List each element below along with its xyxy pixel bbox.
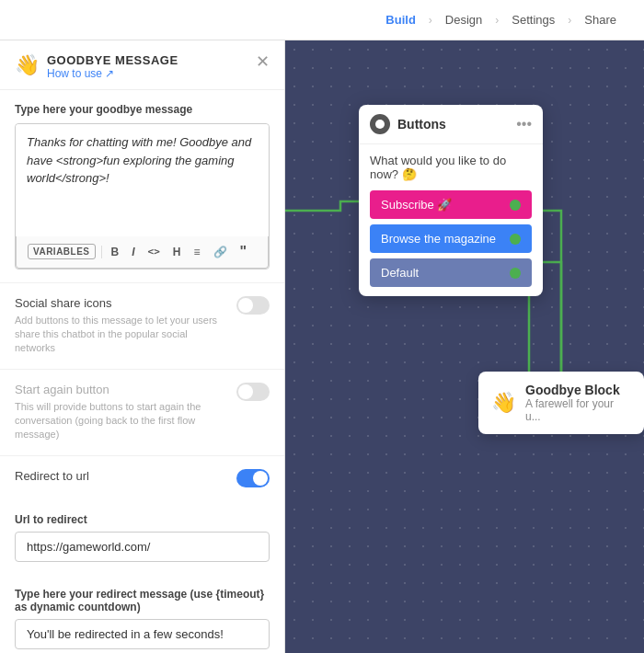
- card-title: Buttons: [397, 117, 446, 132]
- social-share-row: Social share icons Add buttons to this m…: [0, 282, 284, 369]
- left-panel: 👋 GOODBYE MESSAGE How to use ↗ ✕ Type he…: [0, 40, 285, 653]
- variables-button[interactable]: VARIABLES: [28, 244, 96, 259]
- heading-button[interactable]: H: [169, 244, 185, 260]
- header-left: 👋 GOODBYE MESSAGE How to use ↗: [15, 53, 178, 80]
- start-again-info: Start again button This will provide but…: [15, 383, 236, 442]
- default-dot: [510, 268, 521, 279]
- browse-dot: [510, 234, 521, 245]
- social-share-desc: Add buttons to this message to let your …: [15, 314, 227, 356]
- link-button[interactable]: 🔗: [210, 244, 231, 260]
- url-section: Url to redirect: [0, 500, 284, 575]
- subscribe-button[interactable]: Subscribe 🚀: [370, 190, 532, 219]
- panel-title: GOODBYE MESSAGE: [47, 53, 178, 67]
- goodbye-emoji: 👋: [491, 391, 516, 415]
- card-icon: [370, 114, 390, 134]
- list-button[interactable]: ≡: [190, 244, 203, 260]
- social-share-toggle[interactable]: [236, 296, 270, 315]
- url-input[interactable]: [15, 532, 270, 562]
- message-textarea[interactable]: Thanks for chatting with me! Goodbye and…: [16, 124, 269, 233]
- card-question: What would you like to do now? 🤔: [370, 154, 532, 181]
- goodbye-block: 👋 Goodbye Block A farewell for your u...: [478, 372, 644, 434]
- redirect-message-input[interactable]: [15, 619, 270, 649]
- redirect-toggle[interactable]: [236, 469, 270, 487]
- tab-design[interactable]: Design: [436, 9, 491, 30]
- panel-header: 👋 GOODBYE MESSAGE How to use ↗ ✕: [0, 40, 284, 90]
- right-panel: Buttons ••• What would you like to do no…: [285, 40, 644, 653]
- toolbar-sep-1: [101, 246, 102, 258]
- nav-sep-2: ›: [495, 14, 499, 27]
- social-share-title: Social share icons: [15, 296, 227, 310]
- redirect-message-label: Type here your redirect message (use {ti…: [15, 588, 270, 613]
- redirect-slider: [236, 469, 270, 487]
- browse-button[interactable]: Browse the magazine: [370, 224, 532, 253]
- header-title-block: GOODBYE MESSAGE How to use ↗: [47, 53, 178, 80]
- tab-settings[interactable]: Settings: [502, 9, 564, 30]
- card-header: Buttons •••: [359, 105, 543, 144]
- how-to-use-link[interactable]: How to use ↗: [47, 67, 178, 80]
- social-share-slider: [236, 296, 270, 315]
- tab-build[interactable]: Build: [376, 9, 425, 30]
- textarea-wrapper: Thanks for chatting with me! Goodbye and…: [15, 123, 270, 269]
- start-again-desc: This will provide buttons to start again…: [15, 400, 227, 442]
- canvas: Buttons ••• What would you like to do no…: [285, 40, 644, 653]
- bold-button[interactable]: B: [108, 244, 123, 260]
- tab-share[interactable]: Share: [575, 9, 626, 30]
- redirect-info: Redirect to url: [15, 469, 236, 487]
- start-again-toggle[interactable]: [236, 383, 270, 401]
- goodbye-title: Goodbye Block: [525, 383, 631, 397]
- social-share-info: Social share icons Add buttons to this m…: [15, 296, 236, 356]
- editor-toolbar: VARIABLES B I <> H ≡ 🔗 ": [16, 236, 269, 269]
- top-nav: Build › Design › Settings › Share: [0, 0, 644, 40]
- nav-sep-3: ›: [568, 14, 571, 27]
- redirect-row: Redirect to url: [0, 455, 284, 500]
- nav-sep-1: ›: [429, 14, 432, 27]
- card-menu-icon[interactable]: •••: [516, 116, 532, 132]
- start-again-row: Start again button This will provide but…: [0, 369, 284, 455]
- start-again-slider: [236, 383, 270, 401]
- main-container: 👋 GOODBYE MESSAGE How to use ↗ ✕ Type he…: [0, 40, 644, 653]
- italic-button[interactable]: I: [128, 244, 138, 260]
- card-body: What would you like to do now? 🤔 Subscri…: [359, 144, 543, 296]
- url-label: Url to redirect: [15, 513, 270, 526]
- code-button[interactable]: <>: [144, 244, 164, 259]
- close-button[interactable]: ✕: [256, 53, 270, 70]
- card-header-left: Buttons: [370, 114, 446, 134]
- message-section: Type here your goodbye message Thanks fo…: [0, 90, 284, 282]
- message-label: Type here your goodbye message: [15, 103, 270, 116]
- nav-tabs: Build › Design › Settings › Share: [376, 9, 626, 30]
- goodbye-text-block: Goodbye Block A farewell for your u...: [525, 383, 631, 423]
- subscribe-dot: [510, 200, 521, 211]
- buttons-card: Buttons ••• What would you like to do no…: [359, 105, 543, 296]
- redirect-message-section: Type here your redirect message (use {ti…: [0, 575, 284, 653]
- redirect-title: Redirect to url: [15, 469, 227, 483]
- default-button[interactable]: Default: [370, 258, 532, 287]
- start-again-title: Start again button: [15, 383, 227, 396]
- card-icon-inner: [375, 120, 385, 129]
- goodbye-subtitle: A farewell for your u...: [525, 397, 631, 423]
- header-emoji: 👋: [15, 53, 40, 77]
- quote-button[interactable]: ": [236, 242, 251, 262]
